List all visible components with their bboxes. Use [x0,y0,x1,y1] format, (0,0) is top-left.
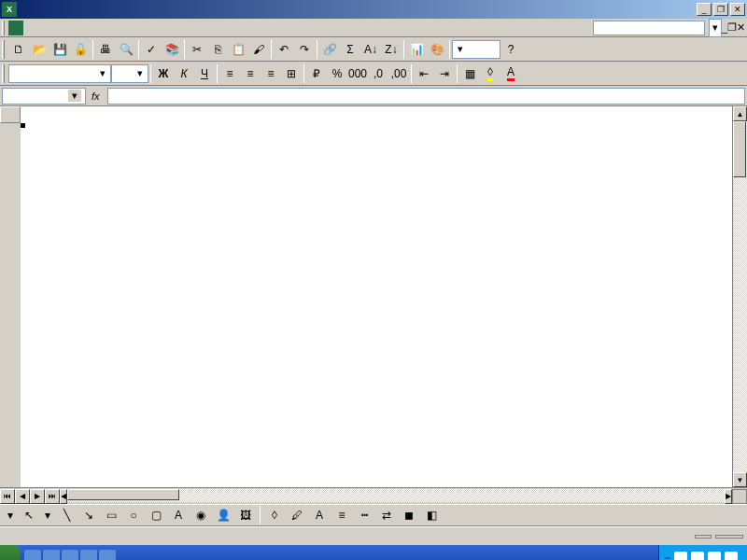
increase-decimal-icon[interactable]: ,0 [368,63,388,84]
bold-icon[interactable]: Ж [153,63,174,84]
system-tray[interactable] [658,545,747,560]
tab-last-button[interactable]: ⏭ [45,489,60,504]
toolbar-handle[interactable] [2,40,5,59]
fx-button[interactable]: fx [88,91,104,102]
font-combo[interactable]: ▾ [8,64,111,83]
print-icon[interactable]: 🖶 [95,39,116,60]
align-center-icon[interactable]: ≡ [240,63,261,84]
actions-menu[interactable]: ▾ [4,505,17,525]
fill-color-icon[interactable]: ◊ [480,63,500,84]
rectangle-icon[interactable]: ▭ [101,505,121,525]
borders-icon[interactable]: ▦ [459,63,480,84]
wordart-icon[interactable]: A [168,505,189,525]
italic-icon[interactable]: К [174,63,194,84]
paste-icon[interactable]: 📋 [228,39,248,60]
scroll-left-button[interactable]: ◀ [60,489,67,504]
format-painter-icon[interactable]: 🖌 [248,39,269,60]
underline-icon[interactable]: Ч [194,63,215,84]
quick-launch-icon[interactable] [62,550,78,560]
autoshapes-menu[interactable]: ▾ [41,505,54,525]
tab-prev-button[interactable]: ◀ [15,489,30,504]
quick-launch-icon[interactable] [99,550,116,560]
minimize-button[interactable]: _ [697,3,712,16]
menu-handle[interactable] [2,21,5,35]
select-all-corner[interactable] [0,106,21,123]
toolbar-handle[interactable] [2,64,5,83]
horizontal-scrollbar[interactable]: ◀ ▶ [60,489,732,504]
line-color-icon[interactable]: 🖊 [287,505,307,525]
currency-icon[interactable]: ₽ [306,63,327,84]
scroll-thumb[interactable] [733,121,746,177]
scroll-thumb[interactable] [67,489,179,500]
vertical-scrollbar[interactable]: ▲ ▼ [732,106,747,487]
save-icon[interactable]: 💾 [49,39,70,60]
decrease-indent-icon[interactable]: ⇤ [414,63,434,84]
line-icon[interactable]: ╲ [56,505,77,525]
scroll-up-button[interactable]: ▲ [733,106,747,121]
quick-launch-icon[interactable] [80,550,97,560]
comma-icon[interactable]: 000 [347,63,368,84]
scroll-right-button[interactable]: ▶ [725,489,732,504]
select-objects-icon[interactable]: ↖ [19,505,39,525]
quick-launch-icon[interactable] [43,550,60,560]
font-color-icon[interactable]: A [500,63,521,84]
permission-icon[interactable]: 🔓 [70,39,91,60]
close-button[interactable]: ✕ [730,3,745,16]
dash-style-icon[interactable]: ┅ [354,505,374,525]
scroll-down-button[interactable]: ▼ [733,472,747,487]
line-style-icon[interactable]: ≡ [331,505,352,525]
tab-first-button[interactable]: ⏮ [0,489,15,504]
autosum-icon[interactable]: Σ [340,39,360,60]
decrease-decimal-icon[interactable]: ,00 [388,63,409,84]
help-search-input[interactable] [593,21,705,35]
clipart-icon[interactable]: 👤 [213,505,233,525]
tab-next-button[interactable]: ▶ [30,489,45,504]
doc-icon[interactable] [8,21,23,35]
tray-icon[interactable] [691,552,704,560]
chart-wizard-icon[interactable]: 📊 [406,39,427,60]
lang-indicator[interactable] [665,557,670,559]
font-color-icon[interactable]: A [309,505,330,525]
merge-center-icon[interactable]: ⊞ [281,63,302,84]
fill-color-icon[interactable]: ◊ [264,505,285,525]
copy-icon[interactable]: ⎘ [207,39,228,60]
new-icon[interactable]: 🗋 [8,39,29,60]
help-dropdown[interactable]: ▾ [709,19,722,37]
start-button[interactable] [0,545,21,560]
doc-close-button[interactable]: ✕ [737,21,745,34]
3d-icon[interactable]: ◧ [421,505,442,525]
print-preview-icon[interactable]: 🔍 [116,39,136,60]
name-box[interactable]: ▾ [2,88,86,105]
percent-icon[interactable]: % [327,63,347,84]
doc-restore-button[interactable]: ❐ [727,21,737,34]
picture-icon[interactable]: 🖼 [235,505,256,525]
redo-icon[interactable]: ↷ [294,39,315,60]
cut-icon[interactable]: ✂ [187,39,207,60]
quick-launch-icon[interactable] [24,550,41,560]
increase-indent-icon[interactable]: ⇥ [434,63,455,84]
align-right-icon[interactable]: ≡ [261,63,281,84]
undo-icon[interactable]: ↶ [274,39,294,60]
formula-input[interactable] [107,88,745,105]
hyperlink-icon[interactable]: 🔗 [319,39,340,60]
help-icon[interactable]: ? [500,39,521,60]
tray-icon[interactable] [708,552,721,560]
worksheet-grid[interactable]: ▲ ▼ [0,106,747,487]
spelling-icon[interactable]: ✓ [141,39,162,60]
zoom-combo[interactable]: ▾ [452,40,500,59]
textbox-icon[interactable]: ▢ [146,505,166,525]
drawing-icon[interactable]: 🎨 [427,39,447,60]
arrow-icon[interactable]: ↘ [78,505,99,525]
open-icon[interactable]: 📂 [29,39,49,60]
oval-icon[interactable]: ○ [123,505,144,525]
sort-desc-icon[interactable]: Z↓ [381,39,402,60]
research-icon[interactable]: 📚 [162,39,182,60]
arrow-style-icon[interactable]: ⇄ [376,505,397,525]
tray-icon[interactable] [674,552,687,560]
shadow-icon[interactable]: ◼ [399,505,419,525]
align-left-icon[interactable]: ≡ [219,63,240,84]
font-size-combo[interactable]: ▾ [111,64,148,83]
sort-asc-icon[interactable]: A↓ [360,39,381,60]
restore-button[interactable]: ❐ [713,3,728,16]
tray-icon[interactable] [725,552,738,560]
